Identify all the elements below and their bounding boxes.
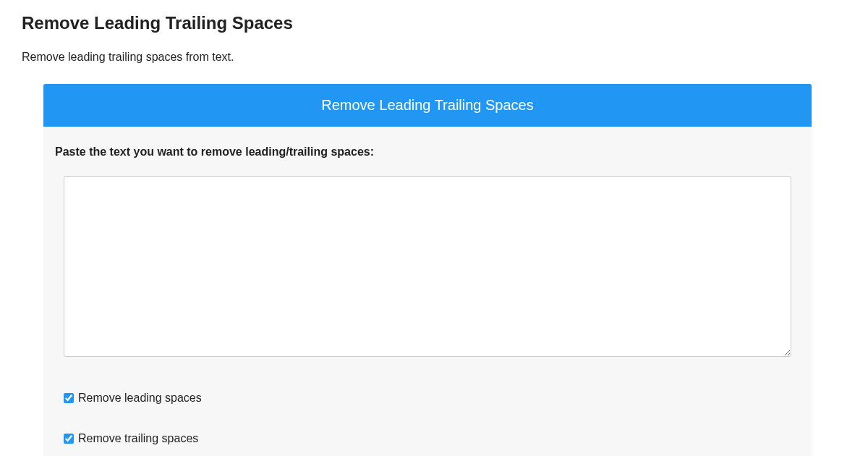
page-title: Remove Leading Trailing Spaces xyxy=(22,13,835,33)
tool-header-title: Remove Leading Trailing Spaces xyxy=(43,97,812,114)
page-description: Remove leading trailing spaces from text… xyxy=(22,51,835,64)
tool-body: Paste the text you want to remove leadin… xyxy=(43,127,812,456)
checkbox-group: Remove leading spaces Remove trailing sp… xyxy=(55,389,800,448)
leading-checkbox[interactable] xyxy=(64,393,74,403)
checkbox-row-leading: Remove leading spaces xyxy=(55,389,800,408)
text-input[interactable] xyxy=(64,176,791,357)
textarea-wrapper xyxy=(55,176,800,360)
checkbox-row-trailing: Remove trailing spaces xyxy=(55,429,800,448)
tool-panel: Remove Leading Trailing Spaces Paste the… xyxy=(43,84,812,456)
main-container: Remove Leading Trailing Spaces Remove le… xyxy=(22,13,835,456)
leading-label: Remove leading spaces xyxy=(78,392,202,405)
input-label: Paste the text you want to remove leadin… xyxy=(55,145,800,159)
trailing-checkbox[interactable] xyxy=(64,434,74,444)
tool-header: Remove Leading Trailing Spaces xyxy=(43,84,812,127)
trailing-label: Remove trailing spaces xyxy=(78,432,198,445)
